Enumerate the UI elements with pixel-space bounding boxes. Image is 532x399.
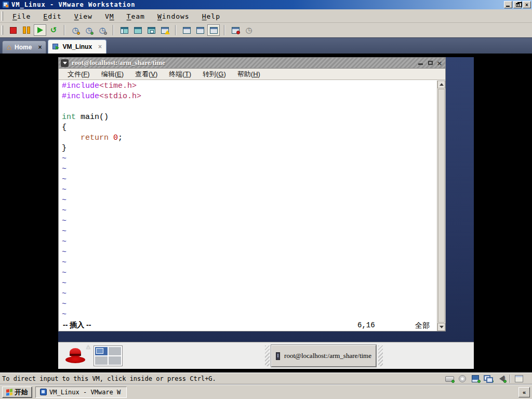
reset-button[interactable]: ↺ — [47, 24, 60, 36]
menu-vm[interactable]: VM — [99, 11, 121, 22]
pause-icon — [22, 26, 31, 34]
unity-button[interactable] — [158, 24, 171, 36]
menu-view[interactable]: View — [68, 11, 99, 22]
hat-brim — [65, 356, 85, 363]
menubar-grip[interactable] — [2, 11, 3, 21]
vim-mode: -- 插入 -- — [63, 321, 91, 330]
snapshot-take-icon: ◷ — [71, 26, 79, 34]
terminal-menu-f[interactable]: 文件(F) — [63, 69, 95, 80]
guest-panel: △ root@localhost:/arm_share/time — [58, 342, 474, 369]
vm-display-area[interactable]: root@localhost:/arm_share/time × 文件(F)编辑… — [0, 54, 532, 373]
terminal-maximize-button[interactable] — [427, 59, 434, 66]
redhat-menu-icon[interactable] — [65, 348, 85, 364]
play-button[interactable] — [34, 24, 46, 36]
sound-icon[interactable] — [497, 375, 506, 383]
minimize-button[interactable] — [504, 1, 512, 8]
menu-team[interactable]: Team — [121, 11, 151, 22]
clock-button[interactable]: ◷ — [243, 24, 255, 36]
snapshot-manager-button[interactable]: ◷ — [96, 24, 109, 36]
tab-vm-linux[interactable]: VM_Linux × — [48, 39, 107, 54]
fullscreen-button[interactable] — [131, 24, 144, 36]
code-line — [62, 102, 437, 113]
record-movie-button[interactable] — [229, 24, 242, 36]
vmware-statusbar: To direct input to this VM, click inside… — [0, 373, 532, 384]
play-icon — [36, 26, 44, 34]
stop-button[interactable] — [7, 24, 19, 36]
cdrom-icon[interactable] — [458, 375, 467, 383]
terminal-titlebar[interactable]: root@localhost:/arm_share/time × — [59, 58, 445, 69]
menu-file[interactable]: File — [6, 11, 37, 22]
panel-task-button[interactable]: root@localhost:/arm_share/time — [271, 345, 376, 367]
vm-icon — [52, 44, 59, 50]
vm-settings-button[interactable] — [180, 24, 193, 36]
record-movie-icon — [231, 26, 240, 34]
window-titlebar[interactable]: VM_Linux - VMware Workstation × — [0, 0, 532, 9]
terminal-scrollbar[interactable] — [437, 81, 445, 331]
tab-home-label: Home — [15, 44, 32, 51]
panel-task-label: root@localhost:/arm_share/time — [284, 352, 371, 360]
start-button[interactable]: 开始 — [2, 387, 32, 398]
tilde-line: ~ — [62, 175, 437, 185]
workspace-2[interactable] — [109, 347, 121, 355]
terminal-window[interactable]: root@localhost:/arm_share/time × 文件(F)编辑… — [58, 57, 446, 331]
terminal-close-button[interactable]: × — [436, 59, 443, 66]
tilde-line: ~ — [62, 227, 437, 237]
applet-handle-left[interactable] — [265, 345, 270, 366]
guest-desktop[interactable]: root@localhost:/arm_share/time × 文件(F)编辑… — [58, 57, 474, 369]
minimize-icon — [418, 63, 423, 65]
workspace-4[interactable] — [109, 356, 121, 365]
menu-edit[interactable]: Edit — [37, 11, 68, 22]
scrollbar-thumb[interactable] — [438, 89, 445, 323]
terminal-minimize-button[interactable] — [417, 59, 424, 66]
status-message: To direct input to this VM, click inside… — [0, 375, 445, 382]
quick-switch-icon — [147, 26, 155, 34]
applet-handle-right[interactable] — [378, 345, 383, 366]
workspace-1[interactable] — [95, 347, 108, 355]
terminal-menu-h[interactable]: 帮助(H) — [233, 69, 265, 80]
code-line: return 0; — [62, 134, 437, 144]
tab-vm-linux-close-icon[interactable]: × — [98, 43, 102, 50]
floppy-icon[interactable] — [471, 375, 480, 383]
code-line: { — [62, 123, 437, 134]
terminal-title: root@localhost:/arm_share/time — [72, 59, 417, 67]
snapshot-revert-button[interactable]: ◷ — [83, 24, 95, 36]
sidebar-toggle-button[interactable] — [118, 24, 130, 36]
scroll-down-icon[interactable] — [437, 323, 445, 331]
toolbar-groups: ↺◷◷◷◷ — [6, 24, 256, 36]
network-icon[interactable] — [484, 375, 493, 383]
vim-buffer[interactable]: #include<time.h>#include<stdio.h> int ma… — [59, 81, 437, 320]
workspace-3[interactable] — [95, 356, 108, 365]
terminal-menu-g[interactable]: 转到(G) — [198, 69, 231, 80]
snapshot-take-button[interactable]: ◷ — [69, 24, 82, 36]
terminal-menubar: 文件(F)编辑(E)查看(V)终端(T)转到(G)帮助(H) — [59, 69, 445, 80]
harddisk-icon[interactable] — [445, 375, 454, 383]
menu-help[interactable]: Help — [196, 11, 227, 22]
vmware-app-icon — [40, 389, 47, 395]
toolbar: ↺◷◷◷◷ — [0, 23, 532, 37]
quick-switch-button[interactable] — [145, 24, 157, 36]
home-icon: ⌂ — [7, 45, 11, 50]
tray-collapse-button[interactable]: « — [518, 387, 530, 397]
tab-vm-linux-label: VM_Linux — [62, 43, 92, 50]
sidebar-toggle-icon — [120, 26, 128, 34]
terminal-menu-t[interactable]: 终端(T) — [164, 69, 196, 80]
terminal-icon — [276, 352, 280, 360]
vm-settings-icon — [182, 26, 191, 34]
summary-view-button[interactable] — [194, 24, 206, 36]
menu-windows[interactable]: Windows — [151, 11, 196, 22]
close-button[interactable]: × — [523, 1, 531, 8]
scroll-up-icon[interactable] — [437, 81, 445, 88]
workspace-switcher[interactable] — [94, 345, 123, 366]
tab-home[interactable]: ⌂ Home × — [2, 41, 46, 54]
pause-button[interactable] — [20, 24, 33, 36]
toolbar-separator — [175, 25, 176, 35]
restore-button[interactable] — [513, 1, 522, 8]
terminal-menu-e[interactable]: 编辑(E) — [97, 69, 128, 80]
message-icon[interactable] — [514, 375, 524, 383]
toolbar-grip[interactable] — [2, 25, 3, 35]
taskbar-task-button[interactable]: VM_Linux - VMware W... — [35, 387, 127, 398]
tab-home-close-icon[interactable]: × — [38, 44, 42, 51]
terminal-menu-v[interactable]: 查看(V) — [130, 69, 162, 80]
console-view-button[interactable] — [207, 24, 220, 36]
window-menu-icon[interactable] — [61, 59, 69, 67]
